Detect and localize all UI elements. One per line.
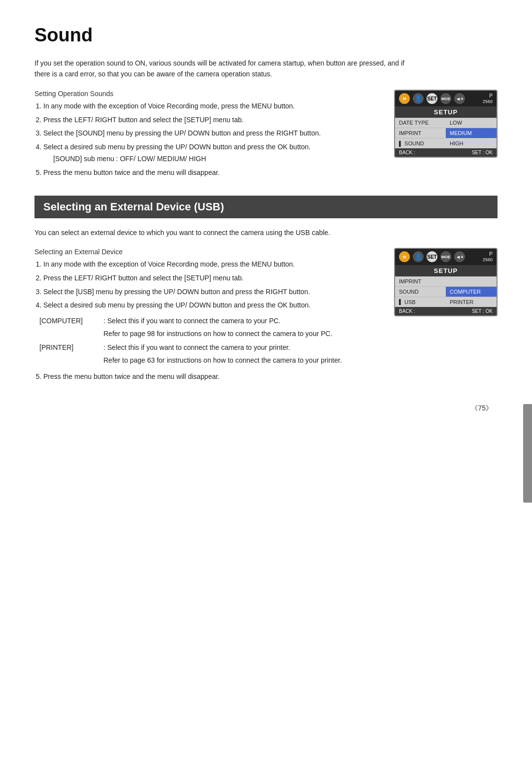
usb-definitions: [COMPUTER] : Select this if you want to … [39, 315, 379, 366]
usb-section: Selecting an External Device In any mode… [34, 248, 498, 384]
usb-p-value: P [483, 251, 493, 257]
menu-row-date: DATE TYPE LOW [395, 118, 497, 128]
usb-person-icon: 👤 [413, 251, 424, 262]
back-label: BACK : [399, 150, 415, 155]
usb-camera-menu: IMPRINT SOUND COMPUTER USB PRINTER [395, 276, 497, 307]
page: Sound If you set the operation sound to … [0, 0, 532, 781]
page-title: Sound [34, 25, 498, 46]
computer-extra: Refer to page 98 for instructions on how… [103, 328, 379, 339]
usb-camera-ui: M 👤 SET MOE ◄+ P 2560 SETUP IMPRINT [394, 248, 498, 316]
sound-text-col: Setting Operation Sounds In any mode wit… [34, 90, 379, 181]
usb-camera-info: P 2560 [483, 251, 493, 263]
usb-mode-icon: MOE [440, 251, 451, 262]
sound-submenu-note: [SOUND] sub menu : OFF/ LOW/ MEDIUM/ HIG… [53, 155, 206, 163]
sound-wave-icon: ◄+ [454, 93, 465, 104]
usb-computer-value: COMPUTER [446, 287, 497, 297]
usb-resolution-value: 2560 [483, 257, 493, 263]
usb-setup-title: SETUP [395, 265, 497, 276]
usb-sound-icon: ◄+ [454, 251, 465, 262]
my-icon: M [399, 93, 410, 104]
usb-camera-bottom-bar: BACK : SET : OK [395, 307, 497, 315]
usb-sub-heading: Selecting an External Device [34, 248, 379, 256]
printer-term: [PRINTER] [39, 342, 103, 354]
list-item: Press the LEFT/ RIGHT button and select … [43, 114, 379, 126]
sound-camera-ui-col: M 👤 SET MOE ◄+ P 2560 SETUP DATE TYPE [394, 90, 498, 181]
sound-section: Setting Operation Sounds In any mode wit… [34, 90, 498, 181]
sound-sub-heading: Setting Operation Sounds [34, 90, 379, 98]
sound-label: SOUND [395, 138, 446, 148]
usb-camera-top-bar: M 👤 SET MOE ◄+ P 2560 [395, 249, 497, 265]
usb-set-ok-label: SET : OK [472, 308, 493, 314]
list-item: Press the menu button twice and the menu… [43, 167, 379, 179]
scroll-indicator [523, 404, 532, 503]
usb-usb-label: USB [395, 297, 446, 307]
usb-printer-value: PRINTER [446, 297, 497, 307]
usb-back-label: BACK : [399, 308, 415, 314]
camera-info: P 2560 [483, 93, 493, 105]
usb-camera-ui-col: M 👤 SET MOE ◄+ P 2560 SETUP IMPRINT [394, 248, 498, 384]
menu-row-sound: SOUND HIGH [395, 138, 497, 148]
person-icon: 👤 [413, 93, 424, 104]
usb-section-header: Selecting an External Device (USB) [34, 196, 498, 218]
imprint-value: MEDIUM [446, 128, 497, 138]
list-item: Select a desired sub menu by pressing th… [43, 300, 379, 311]
page-number: 《75》 [34, 404, 498, 413]
usb-text-col: Selecting an External Device In any mode… [34, 248, 379, 384]
imprint-label: IMPRINT [395, 128, 446, 138]
sound-camera-ui: M 👤 SET MOE ◄+ P 2560 SETUP DATE TYPE [394, 90, 498, 158]
date-type-label: DATE TYPE [395, 118, 446, 128]
camera-icons: M 👤 SET MOE ◄+ [399, 93, 465, 104]
usb-imprint-label: IMPRINT [395, 276, 446, 286]
list-item: In any mode with the exception of Voice … [43, 101, 379, 112]
usb-menu-row-usb: USB PRINTER [395, 297, 497, 307]
usb-last-step-list: Press the menu button twice and the menu… [34, 371, 379, 383]
list-item: Press the menu button twice and the menu… [43, 371, 379, 383]
camera-bottom-bar: BACK : SET : OK [395, 148, 497, 157]
printer-desc: : Select this if you want to connect the… [103, 342, 379, 354]
computer-term: [COMPUTER] [39, 315, 103, 327]
resolution-value: 2560 [483, 99, 493, 105]
list-item: Select the [SOUND] menu by pressing the … [43, 128, 379, 139]
camera-top-bar: M 👤 SET MOE ◄+ P 2560 [395, 91, 497, 107]
set-ok-label: SET : OK [472, 150, 493, 155]
p-value: P [483, 93, 493, 99]
computer-def-row: [COMPUTER] : Select this if you want to … [39, 315, 379, 327]
usb-set-icon: SET [427, 251, 437, 262]
setup-title: SETUP [395, 106, 497, 118]
usb-menu-row-sound: SOUND COMPUTER [395, 287, 497, 297]
camera-menu: DATE TYPE LOW IMPRINT MEDIUM SOUND HIGH [395, 118, 497, 148]
usb-imprint-value [446, 276, 497, 286]
sound-steps-list: In any mode with the exception of Voice … [34, 101, 379, 179]
date-type-value: LOW [446, 118, 497, 128]
list-item: Press the LEFT/ RIGHT button and select … [43, 272, 379, 284]
printer-extra: Refer to page 63 for instructions on how… [103, 355, 379, 366]
menu-row-imprint: IMPRINT MEDIUM [395, 128, 497, 138]
usb-intro-text: You can select an external device to whi… [34, 227, 419, 238]
usb-sound-label: SOUND [395, 287, 446, 297]
usb-camera-icons: M 👤 SET MOE ◄+ [399, 251, 465, 262]
usb-steps-list: In any mode with the exception of Voice … [34, 259, 379, 311]
list-item: In any mode with the exception of Voice … [43, 259, 379, 271]
intro-text: If you set the operation sound to ON, va… [34, 58, 419, 80]
usb-my-icon: M [399, 251, 410, 262]
set-icon: SET [427, 93, 437, 104]
list-item: Select the [USB] menu by pressing the UP… [43, 286, 379, 298]
mode-icon: MOE [440, 93, 451, 104]
computer-desc: : Select this if you want to connect the… [103, 315, 379, 327]
list-item: Select a desired sub menu by pressing th… [43, 141, 379, 165]
sound-value: HIGH [446, 138, 497, 148]
printer-def-row: [PRINTER] : Select this if you want to c… [39, 342, 379, 354]
usb-menu-row-imprint: IMPRINT [395, 276, 497, 287]
